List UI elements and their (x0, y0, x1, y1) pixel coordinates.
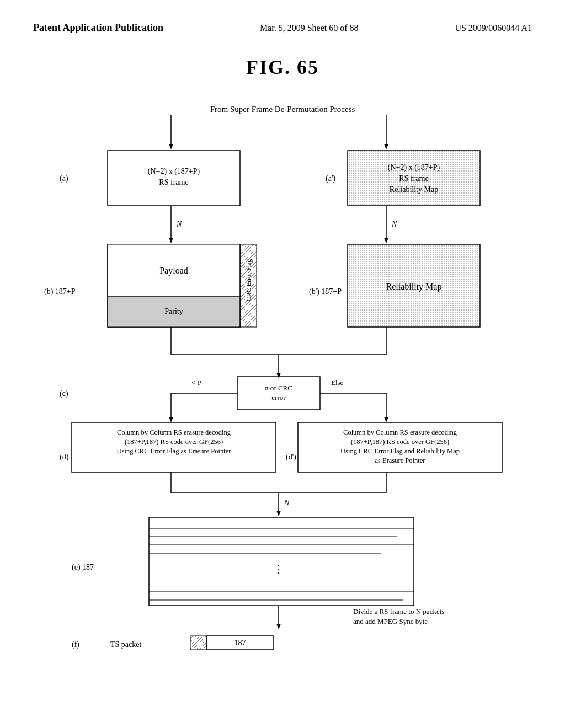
page-header: Patent Application Publication Mar. 5, 2… (0, 0, 565, 34)
svg-marker-36 (276, 624, 281, 629)
reliability-map-text: Reliability Map (386, 282, 442, 292)
ts-187-text: 187 (234, 639, 246, 647)
d-text1: Column by Column RS erasure decoding (117, 429, 231, 436)
rs-frame-text-a-prime1: (N+2) x (187+P) (388, 163, 440, 172)
d-text2: (187+P,187) RS code over GF(256) (125, 438, 223, 446)
sync-byte-box (190, 636, 207, 650)
label-d-prime: (d') (286, 453, 296, 462)
d-prime-text3: Using CRC Error Flag and Reliability Map (340, 447, 460, 455)
n-label-e: N (284, 499, 290, 507)
figure-title: FIG. 65 (0, 56, 565, 79)
rs-frame-text-a-prime3: Reliability Map (390, 185, 438, 194)
svg-marker-10 (169, 238, 173, 243)
d-prime-text2: (187+P,187) RS code over GF(256) (351, 438, 449, 446)
label-a: (a) (60, 174, 68, 183)
crc-decision-text2: error (271, 393, 286, 402)
patent-number: US 2009/0060044 A1 (455, 22, 532, 33)
d-prime-text4: as Erasure Pointer (375, 457, 426, 464)
crc-decision-text1: # of CRC (265, 384, 292, 392)
rs-frame-text-a-prime2: RS frame (399, 174, 428, 183)
svg-marker-17 (276, 373, 281, 378)
else-label: Else (331, 378, 344, 387)
label-d: (d) (60, 453, 69, 462)
rs-frame-text-a1: (N+2) x (187+P) (148, 167, 200, 176)
payload-text: Payload (159, 266, 188, 276)
n-label-2: N (391, 220, 397, 228)
label-e: (e) 187 (72, 563, 94, 572)
e-dots: ⋮ (274, 564, 284, 575)
parity-text: Parity (164, 307, 183, 315)
publication-title: Patent Application Publication (33, 22, 163, 34)
svg-marker-3 (384, 144, 388, 149)
label-f: (f) (72, 640, 79, 649)
d-prime-text1: Column by Column RS erasure decoding (343, 429, 457, 436)
n-label-1: N (176, 220, 182, 228)
label-a-prime: (a') (326, 174, 335, 183)
d-text3: Using CRC Error Flag as Erasure Pointer (117, 447, 232, 455)
svg-marker-20 (169, 417, 173, 422)
label-b: (b) 187+P (44, 287, 76, 296)
rs-frame-text-a2: RS frame (159, 178, 188, 186)
e-outer-box (149, 517, 414, 606)
crc-flag-text: CRC Error Flag (245, 259, 253, 302)
main-diagram: From Super Frame De-Permutation Process … (0, 84, 565, 719)
divide-note2: and add MPEG Sync byte (353, 617, 428, 625)
svg-marker-12 (384, 238, 388, 243)
ts-packet-label: TS packet (110, 640, 141, 649)
sheet-info: Mar. 5, 2009 Sheet 60 of 88 (260, 22, 359, 33)
svg-marker-28 (276, 511, 281, 516)
svg-marker-23 (384, 417, 388, 422)
divide-note1: Divide a RS frame to N packets (353, 607, 444, 615)
label-b-prime: (b') 187+P (309, 287, 342, 296)
label-c: (c) (60, 389, 68, 398)
leq-p-label: =< P (188, 378, 201, 387)
diagram-area: From Super Frame De-Permutation Process … (0, 84, 565, 719)
source-label: From Super Frame De-Permutation Process (210, 105, 355, 114)
svg-marker-1 (169, 144, 173, 149)
